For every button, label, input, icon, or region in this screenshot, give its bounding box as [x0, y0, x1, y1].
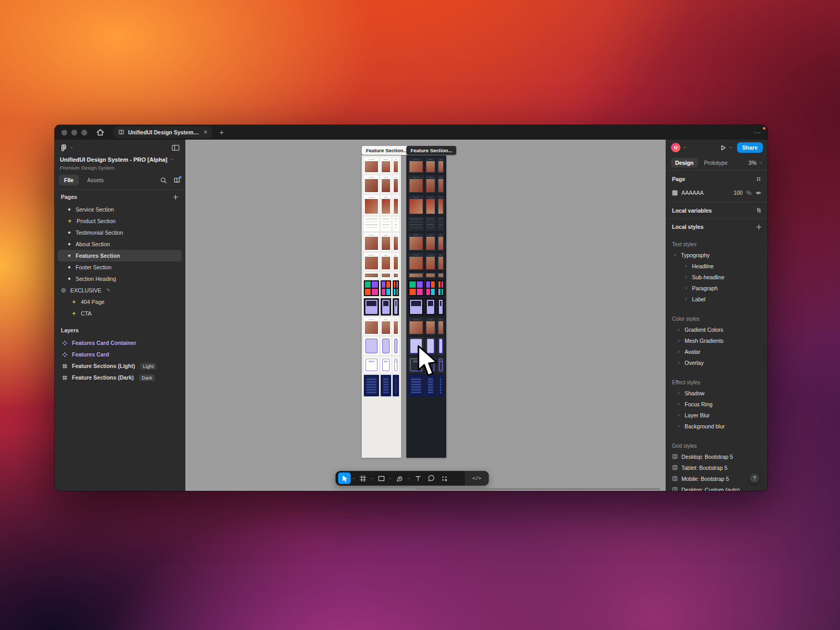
artboard-row: [364, 217, 399, 231]
move-tool-chevron[interactable]: [351, 472, 356, 484]
code-icon: </>: [472, 476, 481, 481]
page-item-about-section[interactable]: About Section: [58, 238, 182, 250]
artboard-label-light[interactable]: Feature Section...: [362, 146, 412, 155]
pen-tool-chevron[interactable]: [406, 472, 411, 484]
tab-prototype[interactable]: Prototype: [700, 158, 732, 167]
chevron-down-icon[interactable]: [682, 145, 687, 150]
traffic-light-close[interactable]: [61, 130, 67, 135]
artboard-row: [408, 233, 444, 251]
style-item-gradient-colors[interactable]: Gradient Colors: [666, 324, 768, 335]
style-item-avatar[interactable]: Avatar: [666, 346, 768, 357]
frame-tool-chevron[interactable]: [370, 472, 374, 484]
comment-tool[interactable]: [425, 472, 437, 484]
traffic-light-zoom[interactable]: [81, 130, 87, 135]
chevron-right-icon: [677, 361, 681, 365]
figma-logo-icon[interactable]: [60, 144, 68, 152]
comment-icon: [427, 475, 435, 482]
close-tab-icon[interactable]: ×: [204, 129, 207, 136]
layer-item-feature-sections-light[interactable]: Feature Sections (Light)Light: [58, 360, 182, 372]
artboard-row: [364, 280, 399, 296]
diamond-icon: [67, 230, 71, 235]
style-item-shadow[interactable]: Shadow: [666, 387, 768, 398]
horizontal-scrollbar[interactable]: [415, 488, 660, 490]
text-tool[interactable]: [412, 472, 424, 484]
chevron-down-icon[interactable]: [170, 158, 174, 162]
frame-icon: [62, 375, 68, 381]
page-item-cta[interactable]: CTA: [58, 308, 182, 319]
layer-item-feature-sections-dark[interactable]: Feature Sections (Dark)Dark: [58, 372, 182, 383]
present-play-icon[interactable]: [720, 144, 727, 151]
tab-design[interactable]: Design: [671, 158, 698, 167]
shape-tool[interactable]: [375, 472, 387, 484]
frame-tool[interactable]: [356, 472, 369, 484]
chevron-down-icon: [352, 477, 355, 480]
add-page-icon[interactable]: [173, 194, 178, 200]
artboard-thumbnail: [425, 298, 436, 316]
style-item-layer-blur[interactable]: Layer Blur: [666, 410, 768, 421]
artboard-thumbnail: [381, 357, 391, 373]
traffic-light-minimize[interactable]: [71, 130, 77, 135]
zoom-level[interactable]: 3%: [749, 160, 757, 166]
dev-mode-button[interactable]: </>: [464, 471, 489, 486]
text-icon: [414, 475, 422, 482]
color-opacity[interactable]: 100: [733, 190, 743, 196]
layer-item-features-card[interactable]: Features Card: [58, 349, 182, 360]
nav-tab-assets[interactable]: Assets: [82, 175, 109, 185]
style-item-overlay[interactable]: Overlay: [666, 357, 768, 368]
style-item-focus-ring[interactable]: Focus Ring: [666, 398, 768, 410]
style-item-headline[interactable]: Headline: [666, 260, 768, 271]
page-item-footer-section[interactable]: Footer Section: [58, 261, 182, 273]
style-item-mesh-gradients[interactable]: Mesh Gradients: [666, 335, 768, 346]
artboard-dark[interactable]: [406, 155, 446, 458]
variables-sliders-icon[interactable]: [756, 207, 762, 213]
style-item-paragraph[interactable]: Paragraph: [666, 282, 768, 293]
page-item-exclusive[interactable]: EXCLUSIVE: [58, 285, 182, 296]
toggle-sidebar-icon[interactable]: [172, 144, 180, 151]
page-item-product-section[interactable]: Product Section: [58, 215, 182, 227]
book-icon: [118, 129, 124, 135]
page-color-row[interactable]: AAAAAA 100 %: [666, 186, 768, 200]
assets-library-icon[interactable]: [173, 177, 181, 184]
artboard-label-dark[interactable]: Feature Section...: [406, 146, 456, 155]
design-canvas[interactable]: Feature Section... Feature Section...: [185, 140, 666, 491]
move-tool[interactable]: [338, 472, 351, 484]
style-item-background-blur[interactable]: Background blur: [666, 421, 768, 432]
add-style-icon[interactable]: [756, 224, 762, 230]
home-icon[interactable]: [96, 128, 105, 137]
chevron-down-icon[interactable]: [729, 145, 733, 150]
artboard-light[interactable]: [362, 155, 401, 458]
color-name[interactable]: AAAAAA: [681, 190, 704, 196]
style-item-sub-headline[interactable]: Sub-headline: [666, 271, 768, 282]
search-icon[interactable]: [160, 177, 167, 184]
page-item-service-section[interactable]: Service Section: [58, 204, 182, 215]
chevron-down-icon[interactable]: [759, 161, 763, 165]
grid-icon: [672, 454, 678, 459]
more-menu-icon[interactable]: ⋯: [754, 129, 761, 136]
artboard-thumbnail: [381, 217, 391, 231]
styles-icon[interactable]: [755, 176, 762, 182]
shape-tool-chevron[interactable]: [388, 472, 393, 484]
style-item-label[interactable]: Label: [666, 293, 768, 304]
style-group-typography[interactable]: Typography: [666, 249, 768, 260]
style-item-tablet-bootstrap-5[interactable]: Tablet: Bootstrap 5: [666, 462, 768, 473]
artboard-row: [364, 253, 399, 270]
help-button[interactable]: ?: [750, 474, 759, 483]
avatar[interactable]: U: [671, 143, 680, 152]
pen-tool[interactable]: [393, 472, 406, 484]
page-item-404-page[interactable]: 404 Page: [58, 296, 182, 308]
chevron-down-icon[interactable]: [69, 145, 74, 150]
eye-icon[interactable]: [755, 190, 762, 196]
document-tab[interactable]: UnifiedUI Design System - PRO [ ×: [113, 127, 212, 138]
color-swatch[interactable]: [672, 190, 678, 196]
new-tab-button[interactable]: +: [219, 128, 224, 136]
layer-item-features-card-container[interactable]: Features Card Container: [58, 337, 182, 349]
style-item-desktop-bootstrap-5[interactable]: Desktop: Bootstrap 5: [666, 451, 768, 462]
page-item-testimonial-section[interactable]: Testimonial Section: [58, 227, 182, 238]
page-item-features-section[interactable]: Features Section: [58, 250, 182, 261]
chevron-right-icon: [684, 286, 688, 290]
style-item-desktop-custom-auto[interactable]: Desktop: Custom (auto): [666, 484, 768, 491]
page-item-section-heading[interactable]: Section Heading: [58, 273, 182, 285]
share-button[interactable]: Share: [737, 142, 763, 153]
actions-tool[interactable]: [438, 472, 450, 484]
nav-tab-file[interactable]: File: [59, 175, 79, 185]
